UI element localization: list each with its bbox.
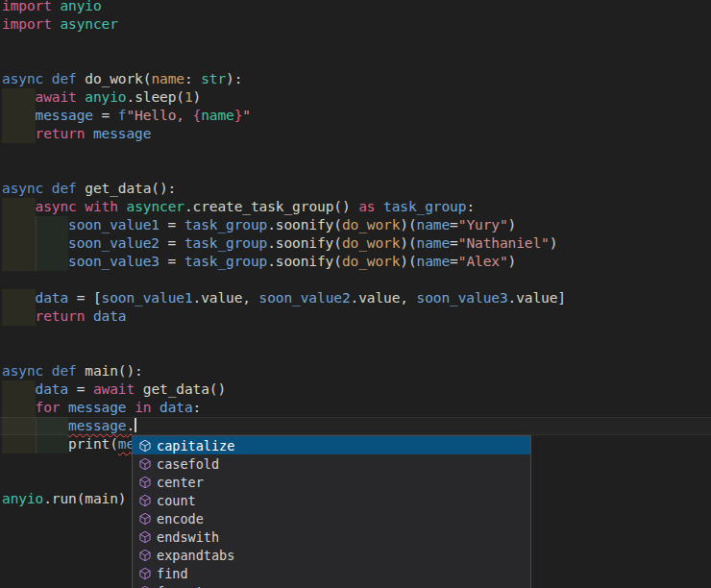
code-token: do_work — [342, 217, 400, 233]
code-token: ( — [110, 436, 118, 452]
code-token: message — [93, 126, 151, 141]
code-token: task_group — [184, 217, 267, 233]
code-token: = — [159, 235, 184, 251]
code-line[interactable]: return message — [0, 125, 711, 143]
code-line[interactable]: async def do_work(name: str): — [0, 70, 711, 88]
code-token: { — [193, 108, 202, 123]
code-line[interactable]: await anyio.sleep(1) — [0, 88, 711, 107]
suggestion-label: center — [157, 475, 204, 490]
code-token: return — [36, 308, 86, 324]
code-token: anyio — [85, 89, 126, 105]
code-line[interactable] — [0, 161, 711, 180]
indent-highlight — [2, 380, 36, 399]
code-line[interactable]: data = await get_data() — [0, 380, 711, 399]
method-icon — [138, 549, 152, 562]
code-token: message — [36, 108, 93, 123]
code-line[interactable] — [0, 143, 711, 161]
suggestion-item[interactable]: expandtabs — [133, 546, 530, 564]
code-line[interactable]: soon_value3 = task_group.soonify(do_work… — [0, 253, 711, 271]
code-line[interactable]: soon_value1 = task_group.soonify(do_work… — [0, 216, 711, 234]
code-editor: import anyioimport asyncerasync def do_w… — [0, 0, 711, 508]
suggestion-item[interactable]: center — [133, 473, 530, 491]
code-line[interactable]: return data — [0, 307, 711, 326]
code-token: return — [36, 126, 86, 141]
code-line[interactable]: message = f"Hello, {name}" — [0, 107, 711, 125]
code-token: print — [68, 436, 110, 452]
code-line-current[interactable]: message. — [0, 417, 711, 435]
code-line[interactable] — [0, 34, 711, 52]
suggestion-item[interactable]: casefold — [133, 454, 530, 473]
code-token: await — [36, 89, 77, 105]
code-token: () — [209, 381, 226, 397]
code-token: = — [159, 254, 184, 269]
indent-guide — [36, 435, 37, 453]
indent-highlight — [2, 417, 36, 435]
code-line[interactable] — [0, 344, 711, 362]
indent-highlight — [2, 307, 36, 326]
code-token: )( — [400, 217, 416, 233]
method-icon — [138, 457, 152, 471]
indent-highlight — [2, 216, 36, 234]
code-token: async def — [2, 71, 85, 86]
editor-window: { "palette": { "background": "#1f1f1f", … — [0, 0, 711, 588]
code-token: , — [400, 290, 416, 306]
code-line[interactable]: async def main(): — [0, 362, 711, 380]
indent-highlight — [2, 399, 36, 417]
code-token: ): — [226, 71, 242, 86]
code-token: soon_value1 — [102, 290, 193, 306]
indent-guide — [36, 253, 37, 271]
code-line[interactable]: import anyio — [0, 0, 711, 15]
code-line[interactable] — [0, 52, 711, 70]
code-token: anyio — [2, 491, 43, 506]
code-token: "Hello, — [126, 108, 192, 123]
code-token: asyncer — [127, 199, 184, 214]
suggestion-label: encode — [157, 511, 204, 527]
code-token: value — [201, 290, 242, 306]
code-token: get_data — [143, 381, 209, 397]
code-token: task_group — [184, 254, 267, 269]
code-token: soonify — [276, 235, 333, 251]
code-line[interactable]: async with asyncer.create_task_group() a… — [0, 198, 711, 216]
code-token: ) — [550, 235, 558, 251]
code-token: data — [159, 400, 193, 415]
code-token: async def — [2, 181, 85, 196]
code-token: soon_value3 — [417, 290, 508, 306]
suggestion-item[interactable]: capitalize — [133, 436, 530, 454]
code-token: () — [333, 199, 358, 214]
code-token: with — [85, 199, 118, 214]
suggestion-item[interactable]: endswith — [133, 527, 530, 546]
code-token: (): — [118, 363, 143, 379]
code-line[interactable] — [0, 271, 711, 289]
code-token: do_work — [342, 254, 400, 269]
code-line[interactable]: soon_value2 = task_group.soonify(do_work… — [0, 234, 711, 253]
code-token: create_task_group — [193, 199, 334, 214]
code-token: get_data — [85, 181, 151, 196]
indent-highlight — [2, 107, 36, 125]
code-line[interactable]: data = [soon_value1.value, soon_value2.v… — [0, 289, 711, 307]
code-token: in — [135, 400, 151, 415]
code-token: import — [2, 16, 60, 32]
suggestion-label: casefold — [157, 456, 219, 472]
code-token — [151, 400, 159, 415]
code-token — [85, 126, 93, 141]
code-line[interactable]: import asyncer — [0, 15, 711, 34]
code-token: ] — [557, 290, 566, 306]
suggestion-item[interactable]: format — [133, 582, 530, 588]
code-token: (): — [151, 181, 176, 196]
indent-guide — [36, 417, 37, 435]
suggestion-item[interactable]: find — [133, 564, 530, 582]
code-token — [126, 400, 135, 415]
code-line[interactable]: async def get_data(): — [0, 180, 711, 198]
suggestion-item[interactable]: count — [133, 491, 530, 509]
code-line[interactable] — [0, 326, 711, 344]
code-token: ( — [333, 254, 342, 269]
indent-highlight — [2, 234, 36, 253]
method-icon — [138, 530, 152, 544]
code-line[interactable]: for message in data: — [0, 399, 711, 417]
suggestion-item[interactable]: encode — [133, 509, 530, 527]
code-token: 1 — [184, 89, 193, 105]
code-token: name — [201, 108, 234, 123]
code-token: name — [151, 71, 184, 86]
autocomplete-popup: capitalizecasefoldcentercountencodeendsw… — [132, 435, 531, 588]
code-token: = — [159, 217, 184, 233]
